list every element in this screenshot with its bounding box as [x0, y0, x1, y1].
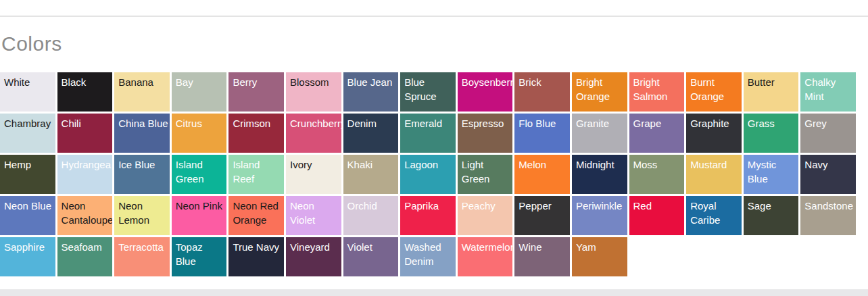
color-swatch-granite[interactable]: Granite — [572, 114, 627, 153]
swatch-label: Hydrangea — [62, 157, 112, 172]
swatch-label: Hemp — [4, 157, 54, 172]
color-swatch-neon-red-orange[interactable]: Neon Red Orange — [228, 196, 284, 235]
color-swatch-hemp[interactable]: Hemp — [0, 155, 55, 194]
color-swatch-ivory[interactable]: Ivory — [286, 155, 341, 194]
color-swatch-vineyard[interactable]: Vineyard — [286, 237, 341, 276]
color-swatch-grape[interactable]: Grape — [629, 114, 685, 153]
swatch-label: Banana — [118, 75, 168, 89]
color-swatch-island-green[interactable]: Island Green — [172, 155, 227, 194]
swatch-label: Red — [633, 199, 683, 213]
color-swatch-island-reef[interactable]: Island Reef — [228, 155, 284, 194]
color-swatch-bright-orange[interactable]: Bright Orange — [572, 72, 627, 112]
color-swatch-banana[interactable]: Banana — [114, 72, 170, 112]
color-swatch-yam[interactable]: Yam — [572, 237, 627, 276]
color-swatch-blue-jean[interactable]: Blue Jean — [343, 72, 399, 112]
color-swatch-topaz-blue[interactable]: Topaz Blue — [172, 237, 227, 276]
color-swatch-grey[interactable]: Grey — [800, 114, 856, 153]
color-swatch-melon[interactable]: Melon — [514, 155, 570, 194]
swatch-label: Yam — [576, 240, 626, 254]
color-swatch-peachy[interactable]: Peachy — [458, 196, 513, 235]
color-swatch-berry[interactable]: Berry — [228, 72, 284, 112]
color-swatch-red[interactable]: Red — [629, 196, 685, 235]
color-swatch-violet[interactable]: Violet — [343, 237, 399, 276]
color-swatch-sage[interactable]: Sage — [744, 196, 799, 235]
color-swatch-espresso[interactable]: Espresso — [458, 114, 513, 153]
color-swatch-graphite[interactable]: Graphite — [686, 114, 742, 153]
color-swatch-grass[interactable]: Grass — [744, 114, 799, 153]
swatch-label: Neon Violet — [290, 199, 340, 227]
swatch-label: Orchid — [347, 199, 397, 213]
color-swatch-ice-blue[interactable]: Ice Blue — [114, 155, 170, 194]
color-swatch-periwinkle[interactable]: Periwinkle — [572, 196, 627, 235]
swatch-label: Berry — [233, 75, 283, 89]
color-swatch-seafoam[interactable]: Seafoam — [57, 237, 113, 276]
color-swatch-white[interactable]: White — [0, 72, 55, 112]
color-swatch-blossom[interactable]: Blossom — [286, 72, 341, 112]
color-swatch-boysenberry[interactable]: Boysenberry — [458, 72, 513, 112]
color-swatch-mustard[interactable]: Mustard — [686, 155, 742, 194]
color-swatch-orchid[interactable]: Orchid — [343, 196, 399, 235]
swatch-label: Boysenberry — [462, 75, 512, 89]
color-swatch-china-blue[interactable]: China Blue — [114, 114, 170, 153]
color-swatch-light-green[interactable]: Light Green — [458, 155, 513, 194]
swatch-label: Espresso — [462, 116, 512, 130]
swatch-label: Butter — [748, 75, 798, 89]
color-swatch-sandstone[interactable]: Sandstone — [800, 196, 856, 235]
color-swatch-blue-spruce[interactable]: Blue Spruce — [400, 72, 456, 112]
swatch-label: Neon Red Orange — [233, 199, 283, 227]
color-swatch-sapphire[interactable]: Sapphire — [0, 237, 55, 276]
color-swatch-denim[interactable]: Denim — [343, 114, 399, 153]
color-swatch-royal-caribe[interactable]: Royal Caribe — [686, 196, 742, 235]
swatch-label: True Navy — [233, 240, 283, 254]
swatch-label: Flo Blue — [519, 116, 569, 130]
color-swatch-midnight[interactable]: Midnight — [572, 155, 627, 194]
color-swatch-chili[interactable]: Chili — [57, 114, 113, 153]
color-swatch-brick[interactable]: Brick — [514, 72, 570, 112]
color-swatch-chalky-mint[interactable]: Chalky Mint — [800, 72, 856, 112]
color-swatch-moss[interactable]: Moss — [629, 155, 685, 194]
swatch-label: Chalky Mint — [804, 75, 854, 103]
color-swatch-navy[interactable]: Navy — [800, 155, 856, 194]
swatch-label: Moss — [633, 157, 683, 172]
swatch-label: Graphite — [690, 116, 740, 130]
color-swatch-washed-denim[interactable]: Washed Denim — [400, 237, 456, 276]
color-swatch-neon-lemon[interactable]: Neon Lemon — [114, 196, 170, 235]
top-divider — [0, 16, 868, 17]
color-swatch-mystic-blue[interactable]: Mystic Blue — [744, 155, 799, 194]
swatch-label: Sage — [748, 199, 798, 213]
swatch-label: Royal Caribe — [690, 199, 740, 227]
swatch-label: Citrus — [176, 116, 226, 130]
color-swatch-wine[interactable]: Wine — [514, 237, 570, 276]
color-swatch-lagoon[interactable]: Lagoon — [400, 155, 456, 194]
swatch-label: Neon Cantaloupe — [62, 199, 112, 227]
color-swatch-black[interactable]: Black — [57, 72, 113, 112]
color-swatch-burnt-orange[interactable]: Burnt Orange — [686, 72, 742, 112]
color-swatch-butter[interactable]: Butter — [744, 72, 799, 112]
color-swatch-pepper[interactable]: Pepper — [514, 196, 570, 235]
swatch-label: Washed Denim — [404, 240, 454, 268]
swatch-label: Emerald — [404, 116, 454, 130]
swatch-label: Bay — [176, 75, 226, 89]
color-swatch-citrus[interactable]: Citrus — [172, 114, 227, 153]
color-swatch-neon-violet[interactable]: Neon Violet — [286, 196, 341, 235]
swatch-label: Light Green — [462, 157, 512, 186]
section-title-colors: Colors — [1, 32, 868, 56]
color-swatch-bay[interactable]: Bay — [172, 72, 227, 112]
color-swatch-neon-cantaloupe[interactable]: Neon Cantaloupe — [57, 196, 113, 235]
color-swatch-neon-blue[interactable]: Neon Blue — [0, 196, 55, 235]
swatch-label: Sandstone — [804, 199, 854, 213]
color-swatch-emerald[interactable]: Emerald — [400, 114, 456, 153]
color-swatch-chambray[interactable]: Chambray — [0, 114, 55, 153]
color-swatch-neon-pink[interactable]: Neon Pink — [172, 196, 227, 235]
color-swatch-terracotta[interactable]: Terracotta — [114, 237, 170, 276]
color-swatch-paprika[interactable]: Paprika — [400, 196, 456, 235]
color-swatch-flo-blue[interactable]: Flo Blue — [514, 114, 570, 153]
color-swatch-bright-salmon[interactable]: Bright Salmon — [629, 72, 685, 112]
color-swatch-crunchberry[interactable]: Crunchberry — [286, 114, 341, 153]
color-swatch-true-navy[interactable]: True Navy — [228, 237, 284, 276]
color-swatch-hydrangea[interactable]: Hydrangea — [57, 155, 113, 194]
color-swatch-crimson[interactable]: Crimson — [228, 114, 284, 153]
color-swatch-khaki[interactable]: Khaki — [343, 155, 399, 194]
swatch-label: Neon Blue — [4, 199, 54, 213]
color-swatch-watermelon[interactable]: Watermelon — [458, 237, 513, 276]
